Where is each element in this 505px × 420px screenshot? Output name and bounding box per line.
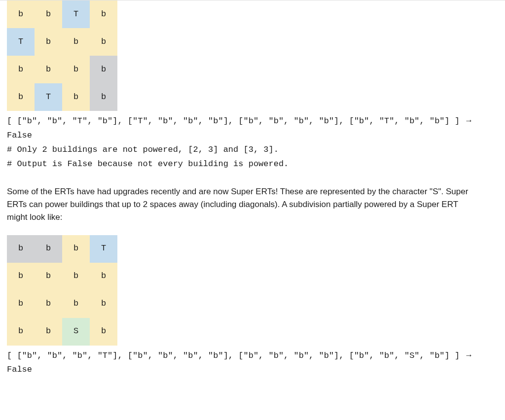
grid-cell: b [90,56,117,83]
arrow-icon: → [465,116,473,125]
grid-cell: b [7,83,35,111]
grid-cell: b [90,290,117,318]
grid-cell: b [7,290,35,318]
grid-cell: b [35,235,62,263]
grid-cell: b [62,83,90,111]
code-example-1: [ ["b", "b", "T", "b"], ["T", "b", "b", … [7,114,498,172]
grid-cell: b [7,263,35,290]
grid-cell: b [90,318,117,346]
code-example-2: [ ["b", "b", "b", "T"], ["b", "b", "b", … [7,349,498,378]
grid-cell: b [35,56,62,83]
grid-cell: b [35,28,62,56]
arrow-icon: → [465,350,473,360]
grid-cell: b [7,0,35,28]
grid-cell: T [7,28,35,56]
grid-cell: b [7,56,35,83]
grid-cell: T [35,83,62,111]
code-input-1: [ ["b", "b", "T", "b"], ["T", "b", "b", … [7,116,465,126]
grid-cell: b [62,263,90,290]
grid-cell: b [7,318,35,346]
grid-cell: b [62,56,90,83]
grid-cell: b [62,28,90,56]
grid-cell: S [62,318,90,346]
grid-cell: b [35,263,62,290]
grid-cell: b [7,235,35,263]
page: bbTbTbbbbbbbbTbb [ ["b", "b", "T", "b"],… [0,0,505,399]
grid-cell: b [35,318,62,346]
grid-cell: b [90,0,117,28]
grid-cell: b [90,263,117,290]
example-grid-1: bbTbTbbbbbbbbTbb [7,0,117,111]
grid-cell: T [90,235,117,263]
code-comment-1a: # Only 2 buildings are not powered, [2, … [7,145,279,154]
grid-cell: b [62,235,90,263]
grid-cell: T [62,0,90,28]
grid-cell: b [90,28,117,56]
code-input-2: [ ["b", "b", "b", "T"], ["b", "b", "b", … [7,351,465,360]
example-grid-2: bbbTbbbbbbbbbbSb [7,235,117,346]
super-ert-description: Some of the ERTs have had upgrades recen… [7,185,480,224]
grid-cell: b [62,290,90,318]
code-comment-1b: # Output is False because not every buil… [7,159,289,169]
grid-cell: b [35,0,62,28]
grid-cell: b [90,83,117,111]
grid-cell: b [35,290,62,318]
